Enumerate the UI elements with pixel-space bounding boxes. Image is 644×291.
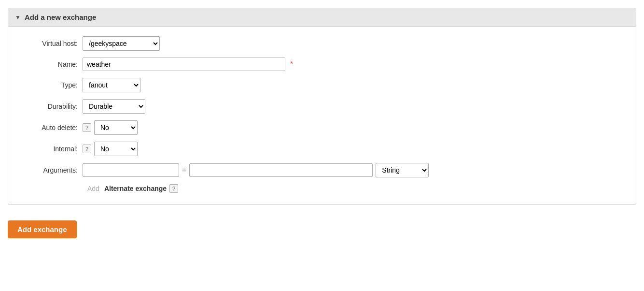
add-alternate-row: Add Alternate exchange ? [87, 184, 624, 193]
type-row: Type: directfanouttopicheaders [20, 78, 624, 92]
panel-title: Add a new exchange [25, 13, 96, 21]
panel-header: ▼ Add a new exchange [8, 8, 636, 27]
durability-row: Durability: DurableTransient [20, 99, 624, 114]
arguments-key-input[interactable] [83, 163, 179, 177]
name-input[interactable] [83, 58, 285, 71]
virtual-host-row: Virtual host: /geekyspace/default [20, 36, 624, 51]
internal-help-icon[interactable]: ? [83, 145, 91, 153]
arguments-control: = StringNumberBooleanList [83, 163, 429, 177]
durability-control: DurableTransient [83, 99, 145, 114]
auto-delete-control: ? NoYes [83, 120, 138, 135]
arguments-value-input[interactable] [189, 163, 373, 177]
internal-label: Internal: [20, 145, 83, 153]
collapse-icon[interactable]: ▼ [15, 14, 21, 21]
alternate-exchange-label: Alternate exchange [104, 185, 167, 192]
required-indicator: * [290, 60, 293, 69]
auto-delete-select[interactable]: NoYes [94, 120, 138, 135]
name-label: Name: [20, 60, 83, 68]
panel-body: Virtual host: /geekyspace/default Name: … [8, 27, 636, 204]
add-link[interactable]: Add [87, 185, 99, 192]
internal-row: Internal: ? NoYes [20, 142, 624, 156]
internal-control: ? NoYes [83, 142, 138, 156]
arguments-inputs: = StringNumberBooleanList [83, 163, 429, 177]
virtual-host-label: Virtual host: [20, 40, 83, 47]
arguments-type-select[interactable]: StringNumberBooleanList [376, 163, 429, 177]
add-exchange-button[interactable]: Add exchange [8, 220, 77, 238]
equals-sign: = [182, 166, 186, 175]
internal-select[interactable]: NoYes [94, 142, 138, 156]
type-control: directfanouttopicheaders [83, 78, 140, 92]
auto-delete-help-icon[interactable]: ? [83, 123, 91, 132]
type-select[interactable]: directfanouttopicheaders [83, 78, 140, 92]
virtual-host-control: /geekyspace/default [83, 36, 160, 51]
name-row: Name: * [20, 58, 624, 71]
auto-delete-row: Auto delete: ? NoYes [20, 120, 624, 135]
name-control: * [83, 58, 293, 71]
auto-delete-label: Auto delete: [20, 124, 83, 131]
add-exchange-panel: ▼ Add a new exchange Virtual host: /geek… [8, 8, 636, 205]
virtual-host-select[interactable]: /geekyspace/default [83, 36, 160, 51]
arguments-row: Arguments: = StringNumberBooleanList [20, 163, 624, 177]
durability-label: Durability: [20, 102, 83, 110]
alternate-exchange-help-icon[interactable]: ? [169, 184, 178, 193]
durability-select[interactable]: DurableTransient [83, 99, 145, 114]
type-label: Type: [20, 81, 83, 89]
arguments-label: Arguments: [20, 166, 83, 174]
